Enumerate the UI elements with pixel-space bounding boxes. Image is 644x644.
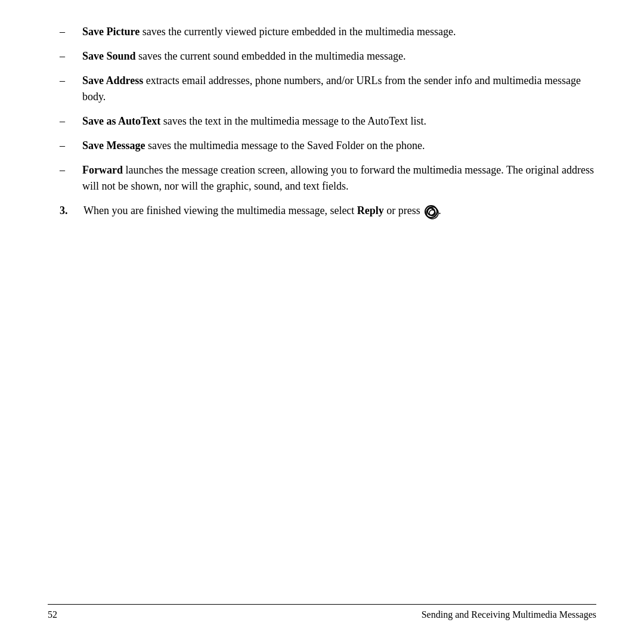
- dash-icon: –: [60, 24, 78, 40]
- list-item-save-picture: – Save Picture saves the currently viewe…: [60, 24, 596, 40]
- save-sound-desc: saves the current sound embedded in the …: [136, 50, 406, 62]
- dash-icon: –: [60, 73, 78, 89]
- step3-text: When you are finished viewing the multim…: [83, 203, 596, 219]
- save-message-label: Save Message: [82, 140, 145, 151]
- bullet-list: – Save Picture saves the currently viewe…: [60, 24, 596, 194]
- list-item-step3: 3. When you are finished viewing the mul…: [60, 203, 596, 219]
- save-autotext-text: Save as AutoText saves the text in the m…: [82, 113, 596, 129]
- dash-icon: –: [60, 113, 78, 129]
- save-picture-text: Save Picture saves the currently viewed …: [82, 24, 596, 40]
- save-sound-label: Save Sound: [82, 50, 136, 62]
- content-area: – Save Picture saves the currently viewe…: [48, 24, 596, 219]
- reply-button-icon: [425, 205, 438, 218]
- save-message-text: Save Message saves the multimedia messag…: [82, 138, 596, 154]
- list-item-save-autotext: – Save as AutoText saves the text in the…: [60, 113, 596, 129]
- save-message-desc: saves the multimedia message to the Save…: [145, 140, 425, 151]
- forward-label: Forward: [82, 164, 123, 176]
- forward-desc: launches the message creation screen, al…: [82, 164, 594, 192]
- svg-point-1: [429, 210, 435, 216]
- list-item-save-sound: – Save Sound saves the current sound emb…: [60, 48, 596, 64]
- footer-section-title: Sending and Receiving Multimedia Message…: [422, 609, 596, 620]
- save-autotext-desc: saves the text in the multimedia message…: [160, 115, 426, 127]
- list-item-forward: – Forward launches the message creation …: [60, 162, 596, 194]
- reply-label: Reply: [357, 205, 384, 216]
- footer-page-number: 52: [48, 609, 57, 620]
- step3-text-after: or press: [384, 205, 420, 216]
- reply-svg-icon: [426, 206, 439, 219]
- save-address-text: Save Address extracts email addresses, p…: [82, 73, 596, 105]
- step3-number: 3.: [60, 203, 83, 219]
- save-picture-label: Save Picture: [82, 26, 140, 38]
- save-address-label: Save Address: [82, 75, 143, 86]
- dash-icon: –: [60, 48, 78, 64]
- dash-icon: –: [60, 138, 78, 154]
- footer: 52 Sending and Receiving Multimedia Mess…: [48, 604, 596, 620]
- list-item-save-message: – Save Message saves the multimedia mess…: [60, 138, 596, 154]
- save-address-desc: extracts email addresses, phone numbers,…: [82, 75, 581, 103]
- step3-text-before: When you are finished viewing the multim…: [83, 205, 357, 216]
- numbered-list: 3. When you are finished viewing the mul…: [60, 203, 596, 219]
- svg-point-0: [426, 207, 438, 219]
- save-autotext-label: Save as AutoText: [82, 115, 160, 127]
- save-picture-desc: saves the currently viewed picture embed…: [140, 26, 456, 38]
- forward-text: Forward launches the message creation sc…: [82, 162, 596, 194]
- page: – Save Picture saves the currently viewe…: [0, 0, 644, 644]
- save-sound-text: Save Sound saves the current sound embed…: [82, 48, 596, 64]
- list-item-save-address: – Save Address extracts email addresses,…: [60, 73, 596, 105]
- dash-icon: –: [60, 162, 78, 178]
